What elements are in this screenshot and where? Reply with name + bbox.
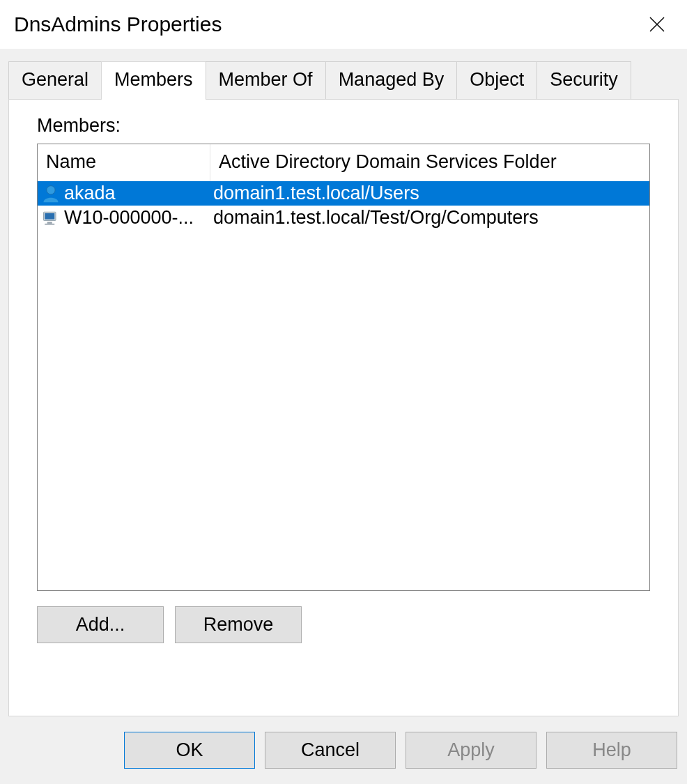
tab-label: Security <box>550 69 618 90</box>
members-label: Members: <box>37 115 650 137</box>
tab-label: Member Of <box>219 69 313 90</box>
user-icon <box>40 183 61 204</box>
properties-dialog: DnsAdmins Properties General Members Mem… <box>0 0 687 784</box>
tab-label: Managed By <box>339 69 445 90</box>
svg-rect-6 <box>47 222 52 224</box>
apply-button[interactable]: Apply <box>406 732 537 769</box>
tab-members[interactable]: Members <box>101 61 206 100</box>
window-title: DnsAdmins Properties <box>14 13 222 36</box>
cell-name: W10-000000-... <box>38 206 210 230</box>
tab-security[interactable]: Security <box>537 61 631 99</box>
dialog-footer: OK Cancel Apply Help <box>0 716 687 784</box>
cell-name: akada <box>38 181 210 206</box>
members-list[interactable]: Name Active Directory Domain Services Fo… <box>37 144 650 591</box>
list-buttons: Add... Remove <box>37 606 650 643</box>
tab-managed-by[interactable]: Managed By <box>325 61 457 99</box>
tab-label: Object <box>470 69 524 90</box>
list-row[interactable]: W10-000000-... domain1.test.local/Test/O… <box>38 206 649 230</box>
svg-rect-7 <box>45 223 54 224</box>
add-button[interactable]: Add... <box>37 606 164 643</box>
cell-name-text: akada <box>64 183 116 204</box>
tab-strip: General Members Member Of Managed By Obj… <box>0 49 687 99</box>
cell-folder: domain1.test.local/Test/Org/Computers <box>210 206 649 230</box>
close-icon <box>649 16 665 33</box>
dialog-body: General Members Member Of Managed By Obj… <box>0 49 687 784</box>
cancel-button[interactable]: Cancel <box>265 732 396 769</box>
list-header: Name Active Directory Domain Services Fo… <box>38 144 649 181</box>
column-header-folder[interactable]: Active Directory Domain Services Folder <box>210 144 649 181</box>
help-button[interactable]: Help <box>546 732 677 769</box>
tab-member-of[interactable]: Member Of <box>206 61 325 99</box>
cell-folder: domain1.test.local/Users <box>210 181 649 206</box>
cell-name-text: W10-000000-... <box>64 207 194 229</box>
title-bar: DnsAdmins Properties <box>0 0 687 49</box>
close-button[interactable] <box>647 14 667 35</box>
tab-object[interactable]: Object <box>456 61 537 99</box>
members-tab-content: Members: Name Active Directory Domain Se… <box>8 99 679 716</box>
list-body: akada domain1.test.local/Users <box>38 181 649 590</box>
column-header-name[interactable]: Name <box>38 144 210 181</box>
cell-folder-text: domain1.test.local/Test/Org/Computers <box>213 207 539 229</box>
list-row[interactable]: akada domain1.test.local/Users <box>38 181 649 206</box>
svg-rect-5 <box>45 213 54 220</box>
tab-label: General <box>22 69 88 90</box>
tab-label: Members <box>114 69 193 90</box>
tab-general[interactable]: General <box>8 61 101 99</box>
ok-button[interactable]: OK <box>124 732 255 769</box>
remove-button[interactable]: Remove <box>175 606 302 643</box>
cell-folder-text: domain1.test.local/Users <box>213 183 419 204</box>
computer-icon <box>40 208 61 229</box>
